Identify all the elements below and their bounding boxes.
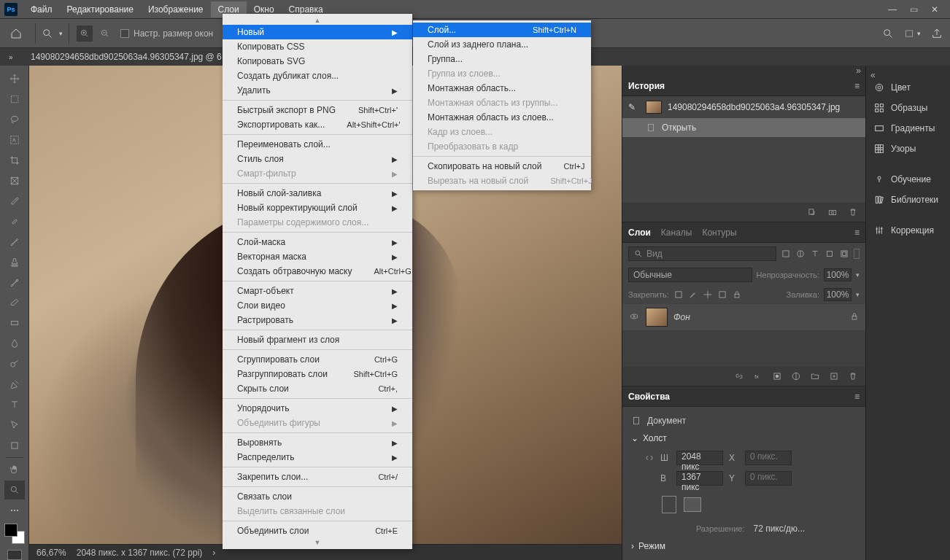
crop-tool[interactable] bbox=[4, 151, 25, 170]
panel-shortcut-color[interactable]: Цвет bbox=[866, 77, 950, 98]
link-wh-icon[interactable] bbox=[644, 453, 654, 463]
expand-toolbar-icon[interactable]: » bbox=[9, 53, 18, 61]
search-icon[interactable] bbox=[882, 28, 894, 39]
minimize-button[interactable]: — bbox=[888, 4, 897, 15]
new-layer-icon[interactable] bbox=[829, 371, 839, 381]
panel-shortcut-gradients[interactable]: Градиенты bbox=[866, 118, 950, 139]
panel-menu-icon[interactable]: ≡ bbox=[854, 228, 860, 238]
doc-info[interactable]: 2048 пикс. x 1367 пикс. (72 ppi) bbox=[77, 548, 203, 558]
menu-item[interactable]: Упорядочить▶ bbox=[223, 401, 412, 416]
home-button[interactable] bbox=[7, 25, 25, 42]
gradient-tool[interactable] bbox=[4, 314, 25, 332]
menu-item[interactable]: Новый слой-заливка▶ bbox=[223, 186, 412, 201]
menu-item[interactable]: Выровнять▶ bbox=[223, 435, 412, 450]
menu-файл[interactable]: Файл bbox=[23, 1, 60, 18]
menu-scroll-down-icon[interactable]: ▼ bbox=[223, 538, 412, 547]
trash-icon[interactable] bbox=[848, 371, 858, 381]
paths-tab[interactable]: Контуры bbox=[702, 228, 736, 238]
blur-tool[interactable] bbox=[4, 334, 25, 353]
menu-item[interactable]: Растрировать▶ bbox=[223, 313, 412, 327]
properties-tab[interactable]: Свойства bbox=[628, 392, 670, 402]
layers-tab[interactable]: Слои bbox=[628, 228, 651, 238]
menu-item[interactable]: Экспортировать как...Alt+Shift+Ctrl+' bbox=[223, 117, 412, 132]
menu-item[interactable]: Копировать SVG bbox=[223, 54, 412, 69]
mode-section-toggle[interactable]: › Режим bbox=[631, 537, 857, 556]
menu-item[interactable]: Объединить слоиCtrl+E bbox=[223, 524, 412, 538]
fx-icon[interactable]: fx bbox=[753, 371, 763, 381]
panel-shortcut-swatches[interactable]: Образцы bbox=[866, 98, 950, 118]
dodge-tool[interactable] bbox=[4, 354, 25, 373]
filter-shape-icon[interactable] bbox=[825, 249, 835, 259]
opacity-value[interactable]: 100% bbox=[824, 268, 851, 281]
lock-position-icon[interactable] bbox=[703, 289, 713, 300]
filter-type-icon[interactable] bbox=[810, 249, 820, 259]
zoom-in-button[interactable] bbox=[77, 26, 93, 42]
type-tool[interactable] bbox=[4, 395, 25, 414]
history-snapshot[interactable]: ✎ 149080294658dbd9025063a4.96305347.jpg bbox=[622, 96, 865, 118]
lock-all-icon[interactable] bbox=[732, 289, 742, 300]
menu-item[interactable]: Удалить▶ bbox=[223, 83, 412, 98]
menu-item[interactable]: Слои видео▶ bbox=[223, 298, 412, 313]
menu-item[interactable]: Распределить▶ bbox=[223, 450, 412, 464]
visibility-toggle[interactable] bbox=[628, 311, 640, 324]
history-tab[interactable]: История bbox=[628, 81, 665, 91]
edit-toolbar-button[interactable]: ⋯ bbox=[4, 501, 25, 520]
lock-transparent-icon[interactable] bbox=[673, 289, 684, 300]
shape-tool[interactable] bbox=[4, 436, 25, 455]
path-select-tool[interactable] bbox=[4, 416, 25, 435]
menu-item[interactable]: Векторная маска▶ bbox=[223, 249, 412, 264]
menu-item[interactable]: Сгруппировать слоиCtrl+G bbox=[223, 352, 412, 367]
healing-tool[interactable] bbox=[4, 212, 25, 231]
share-icon[interactable] bbox=[931, 28, 943, 39]
stamp-tool[interactable] bbox=[4, 253, 25, 272]
tool-preset-picker[interactable]: ▾ bbox=[35, 23, 69, 44]
menu-item[interactable]: Связать слои bbox=[223, 489, 412, 504]
zoom-out-button[interactable] bbox=[97, 26, 113, 42]
width-input[interactable]: 2048 пикс bbox=[676, 451, 723, 465]
move-tool[interactable] bbox=[4, 69, 25, 88]
expand-panels-icon[interactable]: « bbox=[870, 70, 876, 77]
collapse-panels-icon[interactable]: » bbox=[856, 66, 861, 76]
eraser-tool[interactable] bbox=[4, 293, 25, 312]
panel-menu-icon[interactable]: ≡ bbox=[854, 81, 860, 91]
frame-tool[interactable] bbox=[4, 171, 25, 190]
filter-pixel-icon[interactable] bbox=[781, 249, 791, 259]
menu-item[interactable]: Создать дубликат слоя... bbox=[223, 69, 412, 83]
lasso-tool[interactable] bbox=[4, 110, 25, 129]
lock-artboard-icon[interactable] bbox=[717, 289, 727, 300]
fg-color-swatch[interactable] bbox=[4, 524, 18, 537]
panel-shortcut-adjust[interactable]: Коррекция bbox=[866, 220, 950, 241]
pen-tool[interactable] bbox=[4, 375, 25, 394]
menu-item[interactable]: Скрыть слоиCtrl+, bbox=[223, 381, 412, 396]
chevron-right-icon[interactable]: › bbox=[212, 548, 215, 558]
trash-icon[interactable] bbox=[848, 207, 858, 217]
zoom-tool[interactable] bbox=[4, 481, 25, 499]
menu-item[interactable]: Создать обтравочную маскуAlt+Ctrl+G bbox=[223, 264, 412, 279]
menu-item[interactable]: Слой-маска▶ bbox=[223, 235, 412, 249]
canvas-section-toggle[interactable]: ⌄ Холст bbox=[631, 429, 857, 448]
panel-shortcut-libs[interactable]: Библиотеки bbox=[866, 190, 950, 210]
marquee-tool[interactable] bbox=[4, 90, 25, 109]
group-icon[interactable] bbox=[810, 371, 820, 381]
brush-tool[interactable] bbox=[4, 233, 25, 252]
filter-adjust-icon[interactable] bbox=[795, 249, 806, 259]
menu-item[interactable]: Разгруппировать слоиShift+Ctrl+G bbox=[223, 367, 412, 381]
lock-icon[interactable] bbox=[849, 311, 860, 324]
menu-item[interactable]: Скопировать на новый слойCtrl+J bbox=[413, 159, 591, 174]
filter-toggle[interactable] bbox=[854, 249, 860, 259]
menu-item[interactable]: Монтажная область из слоев... bbox=[413, 110, 591, 125]
color-swatches[interactable] bbox=[4, 524, 25, 544]
panel-shortcut-learn[interactable]: Обучение bbox=[866, 169, 950, 190]
menu-изображение[interactable]: Изображение bbox=[141, 1, 211, 18]
new-doc-from-state-icon[interactable] bbox=[807, 207, 817, 217]
orientation-portrait[interactable] bbox=[662, 496, 676, 513]
blend-mode-select[interactable]: Обычные bbox=[628, 268, 752, 282]
fill-value[interactable]: 100% bbox=[824, 288, 851, 301]
menu-item[interactable]: Переименовать слой... bbox=[223, 137, 412, 152]
menu-item[interactable]: Стиль слоя▶ bbox=[223, 152, 412, 166]
history-brush-tool[interactable] bbox=[4, 273, 25, 292]
menu-item[interactable]: Новый фрагмент из слоя bbox=[223, 332, 412, 347]
height-input[interactable]: 1367 пикс bbox=[676, 471, 723, 486]
maximize-button[interactable]: ▭ bbox=[910, 4, 918, 15]
menu-scroll-up-icon[interactable]: ▲ bbox=[223, 16, 412, 25]
